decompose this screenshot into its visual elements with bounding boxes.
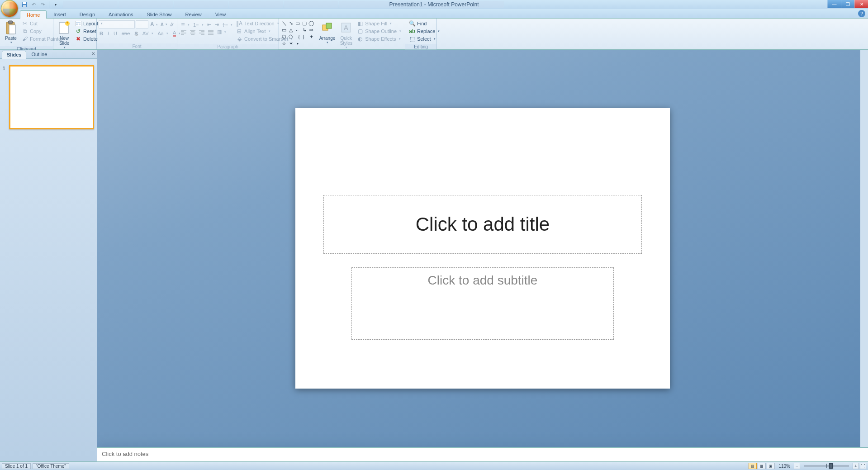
shape-star5-icon[interactable]: ☆ xyxy=(281,40,287,47)
shape-pentagon-icon[interactable]: ⬠ xyxy=(288,33,294,40)
replace-button[interactable]: abReplace xyxy=(408,28,441,35)
shape-effects-button[interactable]: ◐Shape Effects xyxy=(356,35,402,43)
office-button[interactable] xyxy=(1,0,18,17)
shape-oval-icon[interactable]: ◯ xyxy=(308,20,314,26)
tab-view[interactable]: View xyxy=(209,10,233,18)
zoom-in-button[interactable]: + xyxy=(853,463,859,469)
slide-canvas[interactable]: Click to add title Click to add subtitle xyxy=(295,108,670,389)
bullets-button[interactable]: ≣ xyxy=(180,21,190,28)
align-right-button[interactable] xyxy=(198,28,205,35)
help-icon[interactable]: ? xyxy=(858,10,865,17)
group-paragraph: ≣ 1≡ ⇤ ⇥ ‡≡ ▥ ‖AText Direction ⊟Align Te… xyxy=(177,19,279,49)
underline-button[interactable]: U xyxy=(113,30,118,37)
status-slide-indicator[interactable]: Slide 1 of 1 xyxy=(2,463,31,469)
canvas-viewport[interactable]: Click to add title Click to add subtitle xyxy=(97,50,868,447)
redo-icon[interactable]: ↷ xyxy=(39,1,46,8)
zoom-slider[interactable] xyxy=(804,465,849,467)
shrink-font-button[interactable]: A▾ xyxy=(160,20,168,28)
shape-brace2-icon[interactable]: ｝ xyxy=(301,33,308,40)
notes-placeholder: Click to add notes xyxy=(102,451,148,457)
shape-outline-button[interactable]: ▢Shape Outline xyxy=(356,28,402,35)
close-button[interactable]: ✕ xyxy=(854,0,868,8)
tab-insert[interactable]: Insert xyxy=(47,10,73,18)
find-button[interactable]: 🔍Find xyxy=(408,20,441,27)
notes-pane[interactable]: Click to add notes xyxy=(97,447,868,461)
paste-button[interactable]: Paste xyxy=(2,19,20,45)
decrease-indent-button[interactable]: ⇤ xyxy=(206,21,212,28)
clear-formatting-button[interactable]: A̷ xyxy=(169,20,175,28)
vertical-scrollbar[interactable] xyxy=(860,50,868,447)
shape-fill-button[interactable]: ◧Shape Fill xyxy=(356,20,402,27)
shape-triangle-icon[interactable]: △ xyxy=(288,27,294,33)
qat-separator xyxy=(49,1,49,8)
layout-button[interactable]: Layout xyxy=(74,20,104,27)
justify-button[interactable] xyxy=(207,28,214,35)
qat-customize-icon[interactable]: ▾ xyxy=(52,1,59,8)
shape-line-icon[interactable]: ＼ xyxy=(281,20,287,26)
minimize-button[interactable]: — xyxy=(827,0,841,8)
fit-to-window-button[interactable]: ⛶ xyxy=(860,463,866,469)
subtitle-placeholder-text: Click to add subtitle xyxy=(428,273,538,288)
align-left-button[interactable] xyxy=(180,28,187,35)
tab-slides[interactable]: Slides xyxy=(2,51,26,59)
shape-rect2-icon[interactable]: ▭ xyxy=(281,27,287,33)
tab-design[interactable]: Design xyxy=(73,10,102,18)
select-icon: ⬚ xyxy=(409,36,415,42)
change-case-button[interactable]: Aa xyxy=(157,30,169,37)
subtitle-placeholder[interactable]: Click to add subtitle xyxy=(351,267,614,340)
shape-blockarrow-icon[interactable]: ⇨ xyxy=(308,27,314,33)
undo-icon[interactable]: ↶ xyxy=(30,1,37,8)
tab-home[interactable]: Home xyxy=(20,10,47,19)
tab-outline[interactable]: Outline xyxy=(26,50,52,58)
status-theme[interactable]: "Office Theme" xyxy=(33,463,69,469)
sorter-view-button[interactable]: ▦ xyxy=(758,463,766,469)
zoom-level[interactable]: 110% xyxy=(778,464,790,469)
char-spacing-button[interactable]: AV xyxy=(142,30,154,37)
shape-rect-icon[interactable]: ▭ xyxy=(294,20,301,26)
italic-button[interactable]: I xyxy=(107,30,110,37)
tab-animations[interactable]: Animations xyxy=(102,10,140,18)
save-icon[interactable] xyxy=(21,1,28,8)
zoom-out-button[interactable]: − xyxy=(794,463,800,469)
svg-rect-4 xyxy=(8,21,13,24)
shadow-button[interactable]: S xyxy=(133,30,138,37)
title-placeholder[interactable]: Click to add title xyxy=(323,195,642,254)
slideshow-view-button[interactable]: ▣ xyxy=(767,463,775,469)
font-size-combo[interactable] xyxy=(136,20,148,28)
shape-roundrect-icon[interactable]: ▢ xyxy=(301,20,308,26)
reset-button[interactable]: ↺Reset xyxy=(74,28,104,35)
smartart-icon: ⬙ xyxy=(236,36,242,42)
numbering-button[interactable]: 1≡ xyxy=(192,21,204,28)
shape-star4-icon[interactable]: ✦ xyxy=(308,33,314,40)
slide-editor: Click to add title Click to add subtitle… xyxy=(97,50,868,461)
close-pane-icon[interactable]: ✕ xyxy=(91,51,95,56)
shape-brace-icon[interactable]: ｛ xyxy=(294,33,301,40)
shape-star6-icon[interactable]: ✶ xyxy=(288,40,294,47)
arrange-button[interactable]: Arrange xyxy=(318,19,337,45)
slide-thumbnail[interactable] xyxy=(9,65,94,129)
align-center-button[interactable] xyxy=(189,28,196,35)
shape-lconnector-icon[interactable]: ⌐ xyxy=(294,27,301,33)
grow-font-button[interactable]: A▴ xyxy=(149,20,159,28)
strikethrough-button[interactable]: abe xyxy=(121,30,131,37)
shapes-gallery[interactable]: ＼ ➘ ▭ ▢ ◯ ▭ △ ⌐ ↳ ⇨ ⬡ ⬠ ｛ ｝ ✦ ☆ ✶ ▾ xyxy=(280,19,318,47)
font-color-button[interactable]: A xyxy=(172,29,181,37)
text-direction-icon: ‖A xyxy=(236,20,242,27)
tab-slideshow[interactable]: Slide Show xyxy=(140,10,179,18)
quick-styles-button[interactable]: A Quick Styles xyxy=(337,19,355,50)
svg-rect-13 xyxy=(326,23,332,28)
line-spacing-button[interactable]: ‡≡ xyxy=(222,21,234,28)
tab-review[interactable]: Review xyxy=(179,10,209,18)
new-slide-button[interactable]: New Slide xyxy=(55,19,73,50)
shapes-more-icon[interactable]: ▾ xyxy=(294,40,301,47)
columns-button[interactable]: ▥ xyxy=(216,28,227,35)
increase-indent-button[interactable]: ⇥ xyxy=(214,21,220,28)
delete-button[interactable]: ✖Delete xyxy=(74,35,104,43)
shape-elbow-icon[interactable]: ↳ xyxy=(301,27,308,33)
shape-arrow-icon[interactable]: ➘ xyxy=(288,20,294,26)
svg-rect-1 xyxy=(23,2,26,4)
shape-hexagon-icon[interactable]: ⬡ xyxy=(281,33,287,40)
select-button[interactable]: ⬚Select xyxy=(408,35,441,43)
normal-view-button[interactable]: ▤ xyxy=(749,463,757,469)
maximize-button[interactable]: ❐ xyxy=(841,0,854,8)
